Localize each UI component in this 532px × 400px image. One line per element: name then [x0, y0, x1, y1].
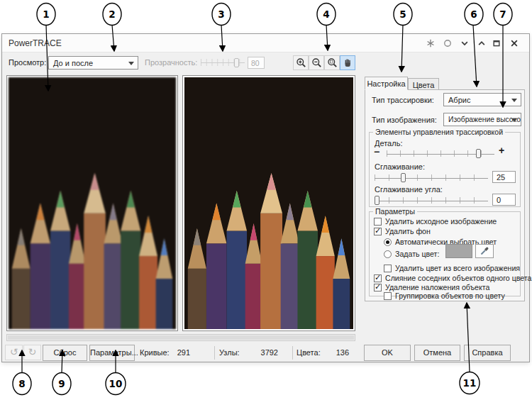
corner-smoothing-value-field[interactable]: 0 [492, 194, 516, 206]
transparency-slider [201, 57, 245, 67]
trace-type-label: Тип трассировки: [372, 96, 434, 104]
svg-text:10: 10 [109, 378, 123, 389]
undo-button[interactable]: ↺ [5, 345, 23, 360]
trace-controls-group-title: Элементы управления трассировкой [373, 128, 505, 136]
tab-settings[interactable]: Настройка [365, 77, 408, 90]
option-label: Удаление наложения объекта [385, 283, 489, 291]
chevron-down-icon[interactable] [458, 38, 471, 48]
option-remove-background[interactable]: Удалить фон [374, 227, 431, 235]
image-type-value: Изображение высокого ... [448, 116, 521, 123]
option-group-objects-by-color[interactable]: Группировка объектов по цвету [384, 291, 505, 300]
option-merge-adjacent-objects[interactable]: Слияние соседних объектов одного цвета [374, 274, 531, 282]
callout-3: 3 [212, 4, 231, 26]
option-label: Группировка объектов по цвету [395, 291, 505, 300]
image-type-label: Тип изображения: [372, 116, 437, 124]
preview-mode-select[interactable]: До и после [48, 56, 138, 70]
option-label: Удалить исходное изображение [385, 217, 497, 226]
after-traced-image [184, 77, 353, 329]
pan-tool-button[interactable] [340, 55, 355, 70]
powertrace-dialog-annotated: PowerTRACE Просмотр: До и после Прозрачн… [0, 0, 532, 400]
close-icon[interactable] [508, 38, 521, 48]
corner-smoothing-slider[interactable] [375, 196, 488, 205]
radio-icon[interactable] [384, 238, 392, 246]
smoothing-label: Сглаживание: [375, 162, 425, 171]
callout-11: 11 [460, 372, 480, 394]
option-label: Удалить фон [385, 227, 431, 235]
checkbox-icon[interactable] [374, 218, 382, 226]
smoothing-value-field[interactable]: 25 [492, 171, 516, 183]
colors-value: 136 [321, 348, 349, 357]
combo-arrow-icon [128, 62, 134, 65]
combo-arrow-icon [511, 99, 517, 102]
nodes-label: Узлы: [219, 348, 240, 357]
slider-track [375, 201, 488, 201]
nodes-value: 3792 [250, 348, 278, 357]
callout-5: 5 [394, 4, 412, 26]
checkbox-icon[interactable] [384, 292, 392, 300]
maximize-icon[interactable] [490, 38, 503, 48]
svg-text:5: 5 [399, 9, 406, 20]
help-button[interactable]: Справка [464, 345, 511, 361]
detail-slider[interactable] [387, 149, 494, 158]
combo-arrow-icon [511, 118, 517, 122]
callout-9: 9 [52, 373, 71, 395]
eyedropper-button[interactable] [475, 244, 494, 258]
svg-text:6: 6 [470, 9, 477, 20]
colors-label: Цвета: [297, 348, 321, 357]
preview-after-panel[interactable] [182, 75, 355, 331]
ok-button[interactable]: OK [364, 345, 411, 361]
reset-button[interactable]: Сброс [43, 345, 87, 361]
record-icon[interactable] [441, 38, 454, 48]
customize-icon[interactable] [424, 38, 437, 48]
radio-icon[interactable] [384, 250, 392, 258]
detail-minus[interactable]: − [374, 146, 379, 157]
curves-label: Кривые: [140, 348, 170, 357]
background-color-swatch[interactable] [445, 244, 472, 258]
option-specify-color[interactable]: Задать цвет: [384, 250, 439, 258]
option-delete-original[interactable]: Удалить исходное изображение [374, 217, 497, 226]
slider-thumb[interactable] [401, 173, 406, 182]
tab-colors[interactable]: Цвета [408, 78, 439, 90]
options-button[interactable]: Параметры... [89, 345, 135, 361]
option-label: Задать цвет: [395, 250, 439, 258]
zoom-out-button[interactable] [309, 55, 324, 70]
preview-horizontal-scrollbar[interactable] [6, 334, 355, 341]
callout-2: 2 [103, 4, 121, 26]
curves-value: 291 [167, 348, 190, 357]
slider-thumb [234, 58, 239, 67]
checkbox-icon[interactable] [384, 265, 392, 272]
svg-text:7: 7 [499, 9, 506, 20]
scrollbar-thumb[interactable] [8, 335, 354, 340]
divider [292, 346, 293, 360]
svg-text:1: 1 [43, 9, 49, 20]
checkbox-icon[interactable] [374, 284, 382, 291]
zoom-to-fit-button[interactable] [324, 55, 340, 70]
svg-text:3: 3 [218, 9, 224, 20]
redo-button[interactable]: ↻ [23, 345, 41, 360]
checkbox-icon[interactable] [374, 274, 382, 282]
option-remove-object-overlap[interactable]: Удаление наложения объекта [374, 283, 489, 291]
trace-type-select[interactable]: Абрис [443, 93, 521, 106]
option-label: Слияние соседних объектов одного цвета [385, 274, 531, 282]
svg-text:9: 9 [58, 378, 65, 389]
option-remove-color-entire-image[interactable]: Удалить цвет из всего изображения [384, 264, 520, 272]
image-type-select[interactable]: Изображение высокого ... [443, 113, 521, 126]
parameters-group-title: Параметры [373, 207, 417, 216]
svg-text:8: 8 [18, 378, 25, 389]
corner-smoothing-label: Сглаживание угла: [375, 185, 443, 194]
slider-thumb[interactable] [375, 196, 379, 205]
callout-7: 7 [494, 4, 512, 26]
divider [214, 346, 215, 360]
callout-4: 4 [317, 4, 336, 26]
zoom-in-button[interactable] [293, 55, 309, 70]
slider-thumb[interactable] [476, 149, 481, 158]
callout-6: 6 [465, 4, 483, 26]
before-image [9, 77, 176, 329]
checkbox-icon[interactable] [374, 228, 382, 235]
chevron-up-icon[interactable] [475, 38, 488, 48]
detail-plus[interactable]: + [499, 145, 504, 156]
preview-before-panel[interactable] [6, 75, 178, 331]
cancel-button[interactable]: Отмена [414, 345, 460, 361]
smoothing-slider[interactable] [375, 173, 488, 182]
svg-text:2: 2 [109, 9, 115, 20]
